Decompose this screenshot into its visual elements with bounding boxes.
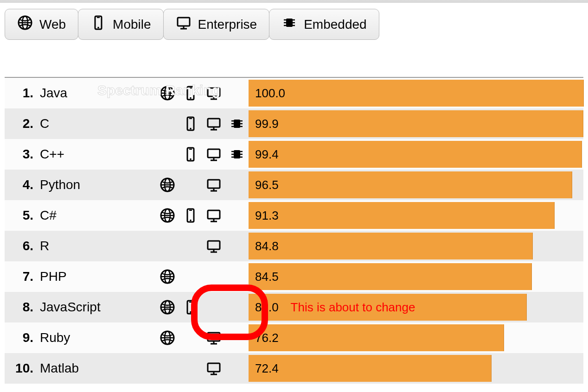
rank-number: 4. bbox=[5, 177, 35, 192]
globe-icon bbox=[156, 177, 179, 193]
score-value: 91.3 bbox=[249, 209, 279, 223]
tab-label: Embedded bbox=[304, 17, 366, 32]
score-value: 76.2 bbox=[249, 331, 279, 345]
chip-icon bbox=[225, 116, 249, 132]
tab-embedded[interactable]: Embedded bbox=[269, 9, 379, 40]
table-row: 5.C#91.3 bbox=[5, 200, 583, 231]
score-bar bbox=[249, 202, 555, 229]
platform-icons bbox=[156, 360, 249, 376]
desktop-icon bbox=[202, 330, 225, 346]
language-name: JavaScript bbox=[35, 300, 156, 315]
platform-icons bbox=[156, 269, 249, 285]
mobile-icon bbox=[90, 15, 106, 34]
platform-icons bbox=[156, 85, 249, 101]
tab-label: Enterprise bbox=[198, 17, 257, 32]
language-name: Python bbox=[35, 177, 156, 192]
platform-icons bbox=[156, 177, 249, 193]
globe-icon bbox=[156, 208, 179, 223]
language-name: Java bbox=[35, 86, 156, 101]
tab-mobile[interactable]: Mobile bbox=[78, 9, 163, 40]
platform-icons bbox=[156, 146, 249, 162]
tab-enterprise[interactable]: Enterprise bbox=[163, 9, 270, 40]
rank-number: 6. bbox=[5, 239, 35, 253]
rank-number: 8. bbox=[5, 300, 35, 315]
table-row: 2.C99.9 bbox=[5, 108, 583, 139]
rank-number: 10. bbox=[5, 361, 35, 376]
score-value: 84.5 bbox=[249, 270, 279, 284]
score-bar bbox=[249, 233, 533, 259]
table-row: 7.PHP84.5 bbox=[5, 261, 583, 292]
mobile-icon bbox=[179, 85, 202, 101]
page-container: Web Mobile Enterprise Embedded Spectrum … bbox=[0, 2, 588, 387]
rank-number: 9. bbox=[5, 330, 35, 345]
score-bar-cell: 91.3 bbox=[249, 200, 583, 231]
language-name: Ruby bbox=[35, 330, 156, 345]
mobile-icon bbox=[179, 208, 202, 223]
platform-icons bbox=[156, 116, 249, 132]
table-row: 8.JavaScript83.0This is about to change bbox=[5, 292, 583, 322]
globe-icon bbox=[156, 299, 179, 315]
platform-icons bbox=[156, 238, 249, 254]
desktop-icon bbox=[202, 85, 225, 101]
score-value: 72.4 bbox=[249, 361, 279, 376]
rank-number: 7. bbox=[5, 269, 35, 284]
score-bar-cell: 99.4 bbox=[249, 139, 583, 170]
language-name: R bbox=[35, 239, 156, 253]
score-bar-cell: 83.0This is about to change bbox=[249, 292, 583, 322]
score-value: 99.4 bbox=[249, 147, 279, 162]
table-row: 9.Ruby76.2 bbox=[5, 322, 583, 353]
chip-icon bbox=[225, 146, 249, 162]
desktop-icon bbox=[202, 177, 225, 193]
language-name: C++ bbox=[35, 147, 156, 162]
language-name: Matlab bbox=[35, 361, 156, 376]
globe-icon bbox=[156, 269, 179, 285]
tab-web[interactable]: Web bbox=[5, 9, 78, 40]
score-bar-cell: 99.9 bbox=[249, 108, 583, 139]
globe-icon bbox=[17, 15, 33, 34]
rank-number: 2. bbox=[5, 116, 35, 131]
language-name: C bbox=[35, 116, 156, 131]
score-bar-cell: 84.5 bbox=[249, 261, 583, 292]
score-bar-cell: 96.5 bbox=[249, 170, 583, 200]
score-value: 96.5 bbox=[249, 178, 279, 192]
globe-icon bbox=[156, 330, 179, 346]
table-row: 1.Java100.0 bbox=[5, 78, 583, 108]
desktop-icon bbox=[202, 116, 225, 132]
ranking-table: Spectrum Ranking 1.Java100.02.C99.93.C++… bbox=[5, 77, 583, 384]
mobile-icon bbox=[179, 146, 202, 162]
platform-icons bbox=[156, 208, 249, 223]
score-bar bbox=[249, 110, 583, 137]
score-bar-cell: 76.2 bbox=[249, 322, 583, 353]
table-row: 4.Python96.5 bbox=[5, 170, 583, 200]
globe-icon bbox=[156, 85, 179, 101]
platform-icons bbox=[156, 330, 249, 346]
mobile-icon bbox=[179, 299, 202, 315]
score-bar-cell: 84.8 bbox=[249, 231, 583, 261]
score-bar bbox=[249, 171, 572, 198]
score-value: 83.0 bbox=[249, 300, 279, 315]
platform-icons bbox=[156, 299, 249, 315]
rank-number: 1. bbox=[5, 86, 35, 101]
score-bar-cell: 72.4 bbox=[249, 353, 583, 384]
language-name: PHP bbox=[35, 269, 156, 284]
desktop-icon bbox=[202, 146, 225, 162]
desktop-icon bbox=[202, 208, 225, 223]
score-value: 84.8 bbox=[249, 239, 279, 253]
language-name: C# bbox=[35, 208, 156, 223]
score-bar bbox=[249, 355, 492, 382]
score-bar bbox=[249, 324, 504, 351]
filter-tabbar: Web Mobile Enterprise Embedded bbox=[5, 9, 583, 40]
mobile-icon bbox=[179, 116, 202, 132]
score-bar bbox=[249, 263, 532, 290]
score-bar bbox=[249, 141, 582, 168]
tab-label: Mobile bbox=[113, 17, 151, 32]
rank-number: 3. bbox=[5, 147, 35, 162]
score-bar bbox=[249, 80, 584, 107]
table-row: 10.Matlab72.4 bbox=[5, 353, 583, 384]
tab-label: Web bbox=[39, 17, 66, 32]
table-row: 6.R84.8 bbox=[5, 231, 583, 261]
rank-number: 5. bbox=[5, 208, 35, 223]
desktop-icon bbox=[202, 360, 225, 376]
score-value: 100.0 bbox=[249, 86, 285, 101]
score-bar-cell: 100.0 bbox=[249, 78, 583, 108]
